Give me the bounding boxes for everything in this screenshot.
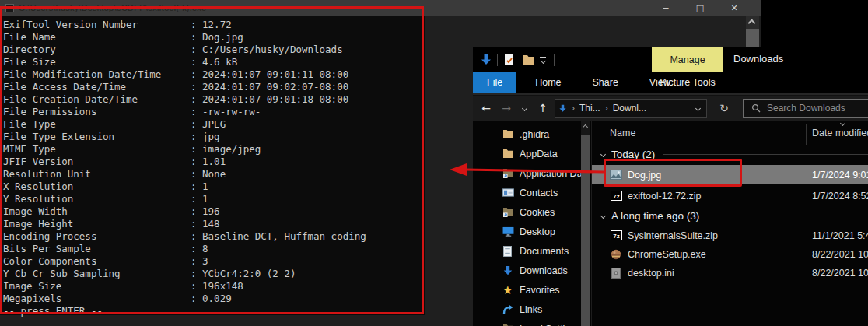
column-header-name[interactable]: Name (610, 128, 635, 138)
exif-line: Megapixels: 0.029 (3, 293, 425, 305)
up-button[interactable]: ↑ (533, 102, 553, 114)
7zip-archive-icon: 7z (610, 190, 622, 202)
image-file-icon (610, 169, 622, 181)
column-separator[interactable] (806, 124, 807, 145)
address-input[interactable]: › Thi... › Downl... (555, 99, 707, 118)
exif-line: File Creation Date/Time: 2024:01:07 09:0… (3, 93, 425, 106)
explorer-titlebar: Manage Downloads (473, 47, 868, 72)
star-icon: ★ (502, 283, 513, 297)
tab-share[interactable]: Share (580, 72, 631, 93)
crumb-separator: › (605, 103, 608, 114)
crumb-separator: › (572, 103, 575, 114)
installer-exe-icon (610, 248, 622, 261)
7zip-archive-icon: 7z (610, 230, 622, 242)
column-headers: Name Date modified (592, 124, 868, 142)
downloads-arrow-icon (502, 265, 513, 276)
column-header-date-modified[interactable]: Date modified (812, 128, 868, 138)
exif-line: Color Components: 3 (3, 255, 425, 268)
breadcrumb-downloads[interactable]: Downl... (613, 103, 646, 114)
separator (554, 54, 555, 66)
refresh-button[interactable]: ↻ (716, 102, 732, 114)
console-title: C:\Users\husky\Desktop\eCDFP\exiftool(-k… (19, 3, 555, 12)
properties-quick-icon[interactable] (502, 53, 516, 67)
recent-locations-icon[interactable] (522, 105, 527, 110)
sidebar-scrollbar[interactable] (581, 121, 590, 326)
group-rule (707, 216, 868, 216)
close-button[interactable]: ✕ (717, 0, 751, 16)
search-input[interactable]: Search Downloads (743, 99, 868, 118)
minimize-button[interactable]: ─ (649, 0, 683, 16)
junction-folder-icon (502, 207, 514, 217)
scroll-up-icon[interactable] (583, 124, 588, 130)
sidebar-item-cookies[interactable]: Cookies (473, 202, 579, 222)
address-dropdown-icon[interactable] (695, 105, 701, 110)
sort-direction-icon[interactable] (840, 121, 845, 126)
new-folder-quick-icon[interactable] (522, 53, 536, 67)
sidebar-item-local-settings[interactable]: Local Settings (473, 319, 579, 326)
ini-file-icon (610, 267, 622, 279)
exif-line: ExifTool Version Number: 12.72 (3, 19, 425, 31)
collapse-group-icon[interactable] (600, 151, 606, 156)
downloads-mini-icon (558, 104, 567, 113)
scroll-up-icon[interactable] (748, 19, 756, 27)
file-row-dog-jpg[interactable]: Dog.jpg 1/7/2024 9:01 (592, 165, 868, 184)
exif-line: File Name: Dog.jpg (3, 31, 425, 44)
manage-ribbon-header[interactable]: Manage (652, 47, 723, 72)
explorer-window: Manage Downloads File Home Share View Pi… (473, 47, 868, 326)
ribbon-tabs: File Home Share View Picture Tools (473, 72, 868, 93)
exif-line: JFIF Version: 1.01 (3, 156, 425, 168)
exif-line: Image Size: 196x148 (3, 280, 425, 293)
file-row-desktop-ini[interactable]: desktop.ini 8/22/2021 10:3 (592, 263, 868, 282)
group-rule (663, 154, 868, 155)
sidebar-item-downloads[interactable]: Downloads (473, 261, 579, 280)
exif-line: Bits Per Sample: 8 (3, 243, 425, 255)
collapse-group-icon[interactable] (600, 212, 606, 218)
sidebar-item-desktop[interactable]: Desktop (473, 222, 579, 241)
group-header-long-ago[interactable]: A long time ago (3) (592, 208, 868, 223)
sidebar-item-favorites[interactable]: ★ Favorites (473, 280, 579, 300)
contacts-icon (502, 188, 514, 198)
console-app-icon (5, 4, 14, 12)
sidebar-item-documents[interactable]: Documents (473, 241, 579, 261)
sidebar-item-links[interactable]: Links (473, 300, 579, 319)
console-titlebar[interactable]: C:\Users\husky\Desktop\eCDFP\exiftool(-k… (0, 0, 761, 16)
back-button[interactable]: ← (476, 102, 496, 114)
exif-line: Y Cb Cr Sub Sampling: YCbCr4:2:0 (2 2) (3, 268, 425, 280)
sidebar-item-contacts[interactable]: Contacts (473, 183, 579, 202)
exif-line: File Size: 4.6 kB (3, 56, 425, 68)
maximize-button[interactable]: □ (683, 0, 717, 16)
file-row-exiftool-zip[interactable]: 7z exiftool-12.72.zip 1/7/2024 8:52 (592, 186, 868, 205)
sidebar-item-appdata[interactable]: AppData (473, 144, 579, 163)
document-icon (502, 246, 513, 257)
group-header-today[interactable]: Today (2) (592, 146, 868, 162)
exif-line: Image Width: 196 (3, 205, 425, 218)
search-placeholder: Search Downloads (767, 103, 845, 114)
exif-line: File Modification Date/Time: 2024:01:07 … (3, 68, 425, 81)
junction-folder-icon (502, 168, 514, 178)
tab-file[interactable]: File (473, 72, 516, 93)
exif-line: Encoding Process: Baseline DCT, Huffman … (3, 230, 425, 243)
navigation-pane: .ghidra AppData Application Da Contacts … (473, 124, 579, 326)
file-row-chromesetup-exe[interactable]: ChromeSetup.exe 8/22/2021 10:4 (592, 244, 868, 264)
exif-line: File Type: JPEG (3, 118, 425, 131)
file-row-sysinternals-zip[interactable]: 7z SysinternalsSuite.zip 11/1/2021 5:40 (592, 226, 868, 245)
sidebar-scroll-thumb[interactable] (581, 135, 590, 326)
breadcrumb-this-pc[interactable]: Thi... (579, 103, 600, 114)
tab-home[interactable]: Home (523, 72, 573, 93)
exif-line: File Type Extension: jpg (3, 131, 425, 143)
sidebar-item-ghidra[interactable]: .ghidra (473, 124, 579, 144)
exif-line: X Resolution: 1 (3, 181, 425, 193)
exif-line: Resolution Unit: None (3, 168, 425, 181)
sidebar-item-application-data[interactable]: Application Da (473, 163, 579, 183)
console-prompt: -- press ENTER -- (3, 305, 425, 317)
exif-line: Y Resolution: 1 (3, 193, 425, 205)
separator (497, 54, 498, 66)
exif-line: Directory: C:/Users/husky/Downloads (3, 44, 425, 56)
exif-line: MIME Type: image/jpeg (3, 143, 425, 156)
qat-customize-icon[interactable] (536, 53, 550, 67)
exif-line: File Access Date/Time: 2024:01:07 09:02:… (3, 81, 425, 93)
exif-line: File Permissions: -rw-rw-rw- (3, 106, 425, 118)
links-arrow-icon (502, 304, 513, 315)
search-icon (751, 103, 761, 113)
tab-picture-tools[interactable]: Picture Tools (652, 72, 723, 93)
